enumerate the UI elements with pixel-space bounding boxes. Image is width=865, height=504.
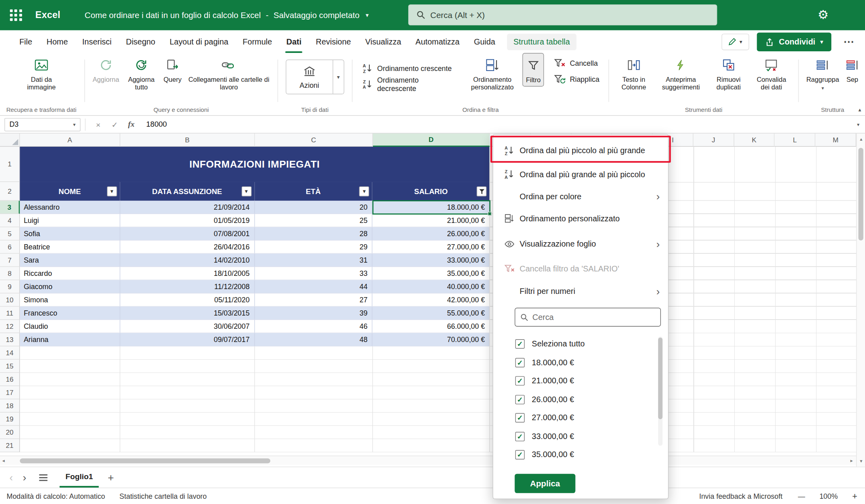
row-header-6[interactable]: 6 xyxy=(0,241,20,254)
cell-a8[interactable]: Riccardo xyxy=(20,267,120,280)
row-header-14[interactable]: 14 xyxy=(0,346,20,360)
tab-struttura-tabella[interactable]: Struttura tabella xyxy=(507,33,577,50)
row-header-18[interactable]: 18 xyxy=(0,399,20,413)
cell-c9[interactable]: 44 xyxy=(255,280,373,293)
cell-d8[interactable]: 35.000,00 € xyxy=(373,267,489,280)
column-header-l[interactable]: L xyxy=(775,134,815,147)
cell-c13[interactable]: 48 xyxy=(255,333,373,346)
cell-b9[interactable]: 11/12/2008 xyxy=(120,280,255,293)
cell-d4[interactable]: 21.000,00 € xyxy=(373,214,489,227)
tab-visualizza[interactable]: Visualizza xyxy=(358,30,408,53)
horizontal-scroll-thumb[interactable] xyxy=(20,458,271,463)
cell-b6[interactable]: 26/04/2016 xyxy=(120,241,255,254)
chevron-down-icon[interactable]: ▾ xyxy=(332,60,344,94)
name-box[interactable]: D3 ▾ xyxy=(4,118,81,131)
checkbox-checked-icon[interactable]: ✓ xyxy=(515,431,525,441)
editing-mode-button[interactable]: ▾ xyxy=(721,33,749,50)
scroll-right-icon[interactable]: ▸ xyxy=(851,458,853,464)
menu-sheet-view[interactable]: Visualizzazione foglio › xyxy=(496,234,665,254)
share-button[interactable]: Condividi ▾ xyxy=(757,32,831,51)
filter-value-item[interactable]: ✓ 18.000,00 € xyxy=(515,354,574,370)
confirm-entry-icon[interactable]: ✓ xyxy=(106,120,123,129)
cell-d7[interactable]: 33.000,00 € xyxy=(373,254,489,267)
cell-c12[interactable]: 46 xyxy=(255,320,373,333)
cell-c5[interactable]: 28 xyxy=(255,227,373,241)
filter-dropdown-button[interactable]: ▾ xyxy=(241,186,251,196)
row-header-21[interactable]: 21 xyxy=(0,439,20,452)
group-button[interactable]: Raggruppa ▾ xyxy=(804,53,842,93)
sheet-nav-left-icon[interactable]: ‹ xyxy=(4,472,18,483)
cell-a3[interactable]: Alessandro xyxy=(20,201,120,214)
cell-b10[interactable]: 05/11/2020 xyxy=(120,293,255,307)
tab-home[interactable]: Home xyxy=(39,30,75,53)
tab-layout-di-pagina[interactable]: Layout di pagina xyxy=(162,30,235,53)
row-header-4[interactable]: 4 xyxy=(0,214,20,227)
cell-c4[interactable]: 25 xyxy=(255,214,373,227)
checkbox-checked-icon[interactable]: ✓ xyxy=(515,395,525,404)
cell-c7[interactable]: 31 xyxy=(255,254,373,267)
tab-file[interactable]: File xyxy=(12,30,39,53)
formula-input[interactable]: 18000 xyxy=(146,120,857,129)
tab-guida[interactable]: Guida xyxy=(467,30,502,53)
cell-b13[interactable]: 09/07/2017 xyxy=(120,333,255,346)
ungroup-button[interactable]: Sep xyxy=(843,53,862,85)
cell-d5[interactable]: 26.000,00 € xyxy=(373,227,489,241)
filter-dropdown-button[interactable]: ▾ xyxy=(359,186,369,196)
app-launcher-icon[interactable] xyxy=(7,6,26,24)
column-header-b[interactable]: B xyxy=(120,134,255,147)
header-eta[interactable]: ETÀ ▾ xyxy=(255,182,373,201)
filter-value-item[interactable]: ✓ 35.000,00 € xyxy=(515,446,574,463)
row-header-13[interactable]: 13 xyxy=(0,333,20,346)
flash-fill-button[interactable]: Anteprima suggerimenti xyxy=(654,53,707,93)
menu-sort-large-to-small[interactable]: ZA Ordina dal più grande al più piccolo xyxy=(496,164,665,184)
menu-number-filters[interactable]: Filtri per numeri › xyxy=(496,281,665,302)
select-all-corner[interactable] xyxy=(0,134,20,147)
vertical-scrollbar[interactable]: ▴ ▾ xyxy=(856,134,865,467)
filter-search-box[interactable] xyxy=(515,308,661,327)
zoom-level[interactable]: 100% xyxy=(819,492,838,500)
zoom-in-button[interactable]: + xyxy=(852,491,857,501)
sort-descending-button[interactable]: ZA Ordinamento decrescente xyxy=(357,78,461,91)
filter-dropdown-button[interactable]: ▾ xyxy=(107,186,117,196)
calculation-mode[interactable]: Modalità di calcolo: Automatico xyxy=(6,492,106,500)
row-header-20[interactable]: 20 xyxy=(0,426,20,439)
cell-a5[interactable]: Sofia xyxy=(20,227,120,241)
tab-revisione[interactable]: Revisione xyxy=(309,30,358,53)
sort-ascending-button[interactable]: AZ Ordinamento crescente xyxy=(357,62,461,75)
custom-sort-button[interactable]: Ordinamento personalizzato xyxy=(468,53,517,93)
row-header-2[interactable]: 2 xyxy=(0,182,20,201)
more-options-button[interactable]: ⋯ xyxy=(839,35,858,48)
filter-active-button[interactable] xyxy=(477,186,487,196)
cell-c6[interactable]: 29 xyxy=(255,241,373,254)
filter-value-select-all[interactable]: ✓ Seleziona tutto xyxy=(515,335,585,352)
cell-b7[interactable]: 14/02/2010 xyxy=(120,254,255,267)
row-header-12[interactable]: 12 xyxy=(0,320,20,333)
filter-value-item[interactable]: ✓ 27.000,00 € xyxy=(515,409,574,426)
menu-sort-by-color[interactable]: Ordina per colore › xyxy=(496,186,665,206)
checkbox-checked-icon[interactable]: ✓ xyxy=(515,413,525,422)
actions-dropdown[interactable]: Azioni ▾ xyxy=(286,60,344,95)
tab-formule[interactable]: Formule xyxy=(235,30,279,53)
column-header-c[interactable]: C xyxy=(255,134,373,147)
checkbox-checked-icon[interactable]: ✓ xyxy=(515,358,525,367)
cell-a12[interactable]: Claudio xyxy=(20,320,120,333)
cell-a4[interactable]: Luigi xyxy=(20,214,120,227)
checkbox-checked-icon[interactable]: ✓ xyxy=(515,376,525,385)
row-header-10[interactable]: 10 xyxy=(0,293,20,307)
row-header-3[interactable]: 3 xyxy=(0,201,20,214)
send-feedback[interactable]: Invia feedback a Microsoft xyxy=(698,492,784,500)
tab-inserisci[interactable]: Inserisci xyxy=(75,30,119,53)
tab-automatizza[interactable]: Automatizza xyxy=(408,30,467,53)
cell-c10[interactable]: 27 xyxy=(255,293,373,307)
cell-b3[interactable]: 21/09/2014 xyxy=(120,201,255,214)
filter-list-scroll-thumb[interactable] xyxy=(658,338,662,419)
cell-b11[interactable]: 15/03/2015 xyxy=(120,307,255,320)
add-sheet-button[interactable]: + xyxy=(108,471,114,483)
cell-a6[interactable]: Beatrice xyxy=(20,241,120,254)
filter-search-input[interactable] xyxy=(532,313,655,322)
row-header-11[interactable]: 11 xyxy=(0,307,20,320)
workbook-links-button[interactable]: Collegamenti alle cartelle di lavoro xyxy=(185,53,272,93)
text-to-columns-button[interactable]: Testo in Colonne xyxy=(614,53,653,93)
scroll-left-icon[interactable]: ◂ xyxy=(2,458,5,464)
filter-value-item[interactable]: ✓ 33.000,00 € xyxy=(515,428,574,444)
